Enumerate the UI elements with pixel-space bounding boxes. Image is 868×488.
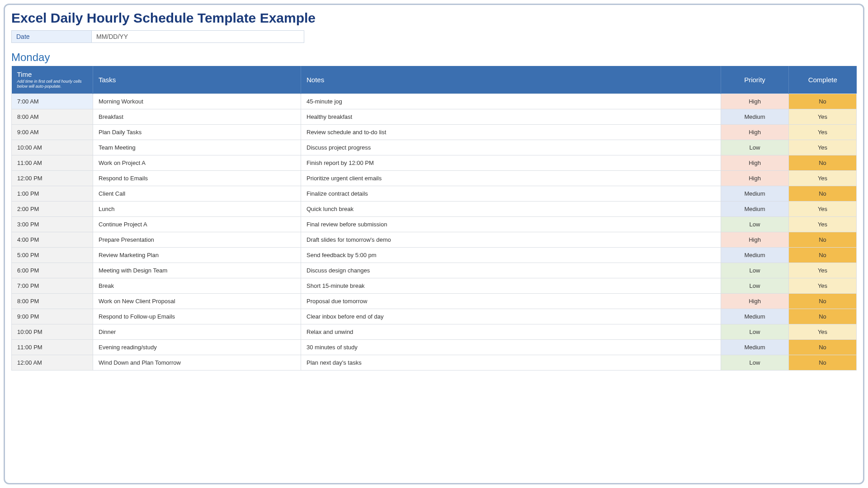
cell-priority[interactable]: Medium — [721, 201, 789, 216]
cell-time[interactable]: 10:00 PM — [12, 324, 93, 339]
date-input[interactable]: MM/DD/YY — [92, 30, 304, 43]
cell-note[interactable]: Discuss design changes — [301, 263, 721, 278]
cell-task[interactable]: Evening reading/study — [93, 339, 301, 355]
cell-priority[interactable]: Low — [721, 263, 789, 278]
cell-complete[interactable]: No — [789, 355, 857, 370]
cell-complete[interactable]: Yes — [789, 278, 857, 293]
cell-note[interactable]: Review schedule and to-do list — [301, 124, 721, 140]
cell-complete[interactable]: No — [789, 232, 857, 247]
cell-time[interactable]: 12:00 PM — [12, 170, 93, 186]
cell-complete[interactable]: Yes — [789, 109, 857, 124]
cell-task[interactable]: Dinner — [93, 324, 301, 339]
cell-note[interactable]: 45-minute jog — [301, 94, 721, 109]
cell-time[interactable]: 11:00 PM — [12, 339, 93, 355]
cell-complete[interactable]: Yes — [789, 216, 857, 232]
cell-time[interactable]: 7:00 AM — [12, 94, 93, 109]
cell-priority[interactable]: Low — [721, 216, 789, 232]
cell-priority[interactable]: High — [721, 170, 789, 186]
cell-note[interactable]: Draft slides for tomorrow's demo — [301, 232, 721, 247]
table-row: 7:00 AMMorning Workout45-minute jogHighN… — [12, 94, 857, 109]
cell-complete[interactable]: Yes — [789, 201, 857, 216]
cell-priority[interactable]: Low — [721, 278, 789, 293]
cell-note[interactable]: Prioritize urgent client emails — [301, 170, 721, 186]
cell-task[interactable]: Respond to Emails — [93, 170, 301, 186]
cell-note[interactable]: Send feedback by 5:00 pm — [301, 247, 721, 263]
cell-priority[interactable]: Medium — [721, 109, 789, 124]
cell-priority[interactable]: High — [721, 155, 789, 170]
cell-note[interactable]: Quick lunch break — [301, 201, 721, 216]
cell-task[interactable]: Break — [93, 278, 301, 293]
cell-time[interactable]: 9:00 PM — [12, 309, 93, 324]
cell-time[interactable]: 3:00 PM — [12, 216, 93, 232]
cell-task[interactable]: Wind Down and Plan Tomorrow — [93, 355, 301, 370]
header-tasks: Tasks — [93, 66, 301, 94]
table-row: 8:00 PMWork on New Client ProposalPropos… — [12, 293, 857, 309]
cell-complete[interactable]: No — [789, 94, 857, 109]
cell-priority[interactable]: Medium — [721, 309, 789, 324]
table-row: 6:00 PMMeeting with Design TeamDiscuss d… — [12, 263, 857, 278]
cell-time[interactable]: 7:00 PM — [12, 278, 93, 293]
cell-complete[interactable]: No — [789, 309, 857, 324]
cell-priority[interactable]: Medium — [721, 186, 789, 201]
cell-priority[interactable]: High — [721, 232, 789, 247]
cell-note[interactable]: Plan next day's tasks — [301, 355, 721, 370]
cell-note[interactable]: Final review before submission — [301, 216, 721, 232]
cell-complete[interactable]: No — [789, 293, 857, 309]
cell-priority[interactable]: High — [721, 293, 789, 309]
cell-priority[interactable]: Medium — [721, 339, 789, 355]
cell-complete[interactable]: No — [789, 339, 857, 355]
cell-priority[interactable]: Low — [721, 355, 789, 370]
cell-task[interactable]: Continue Project A — [93, 216, 301, 232]
cell-complete[interactable]: Yes — [789, 124, 857, 140]
cell-priority[interactable]: Low — [721, 324, 789, 339]
cell-note[interactable]: Relax and unwind — [301, 324, 721, 339]
cell-task[interactable]: Review Marketing Plan — [93, 247, 301, 263]
cell-complete[interactable]: Yes — [789, 263, 857, 278]
cell-time[interactable]: 8:00 PM — [12, 293, 93, 309]
cell-priority[interactable]: Low — [721, 140, 789, 155]
cell-task[interactable]: Plan Daily Tasks — [93, 124, 301, 140]
cell-time[interactable]: 4:00 PM — [12, 232, 93, 247]
cell-time[interactable]: 5:00 PM — [12, 247, 93, 263]
cell-task[interactable]: Meeting with Design Team — [93, 263, 301, 278]
cell-time[interactable]: 6:00 PM — [12, 263, 93, 278]
cell-priority[interactable]: High — [721, 124, 789, 140]
cell-note[interactable]: Finish report by 12:00 PM — [301, 155, 721, 170]
cell-task[interactable]: Client Call — [93, 186, 301, 201]
cell-task[interactable]: Respond to Follow-up Emails — [93, 309, 301, 324]
table-row: 9:00 PMRespond to Follow-up EmailsClear … — [12, 309, 857, 324]
cell-time[interactable]: 11:00 AM — [12, 155, 93, 170]
cell-task[interactable]: Work on Project A — [93, 155, 301, 170]
cell-task[interactable]: Breakfast — [93, 109, 301, 124]
table-row: 5:00 PMReview Marketing PlanSend feedbac… — [12, 247, 857, 263]
date-row: Date MM/DD/YY — [11, 30, 857, 43]
cell-task[interactable]: Team Meeting — [93, 140, 301, 155]
cell-priority[interactable]: High — [721, 94, 789, 109]
cell-note[interactable]: Clear inbox before end of day — [301, 309, 721, 324]
cell-time[interactable]: 2:00 PM — [12, 201, 93, 216]
cell-complete[interactable]: No — [789, 247, 857, 263]
table-row: 10:00 PMDinnerRelax and unwindLowYes — [12, 324, 857, 339]
cell-priority[interactable]: Medium — [721, 247, 789, 263]
table-row: 10:00 AMTeam MeetingDiscuss project prog… — [12, 140, 857, 155]
cell-time[interactable]: 1:00 PM — [12, 186, 93, 201]
cell-time[interactable]: 9:00 AM — [12, 124, 93, 140]
cell-time[interactable]: 8:00 AM — [12, 109, 93, 124]
cell-note[interactable]: Healthy breakfast — [301, 109, 721, 124]
cell-complete[interactable]: Yes — [789, 324, 857, 339]
cell-time[interactable]: 12:00 AM — [12, 355, 93, 370]
cell-complete[interactable]: No — [789, 155, 857, 170]
cell-note[interactable]: 30 minutes of study — [301, 339, 721, 355]
cell-time[interactable]: 10:00 AM — [12, 140, 93, 155]
cell-complete[interactable]: Yes — [789, 170, 857, 186]
cell-note[interactable]: Proposal due tomorrow — [301, 293, 721, 309]
cell-note[interactable]: Discuss project progress — [301, 140, 721, 155]
cell-task[interactable]: Lunch — [93, 201, 301, 216]
cell-note[interactable]: Short 15-minute break — [301, 278, 721, 293]
cell-complete[interactable]: No — [789, 186, 857, 201]
cell-note[interactable]: Finalize contract details — [301, 186, 721, 201]
cell-task[interactable]: Morning Workout — [93, 94, 301, 109]
cell-task[interactable]: Prepare Presentation — [93, 232, 301, 247]
cell-task[interactable]: Work on New Client Proposal — [93, 293, 301, 309]
cell-complete[interactable]: Yes — [789, 140, 857, 155]
